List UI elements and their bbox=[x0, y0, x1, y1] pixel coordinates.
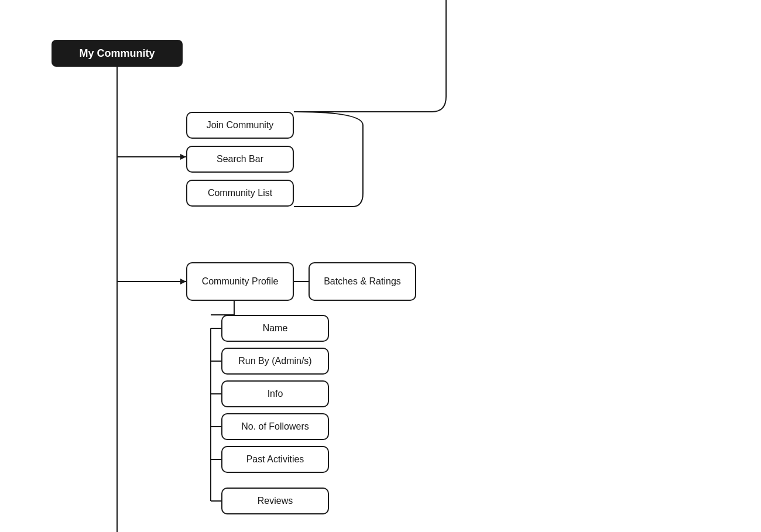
batches-ratings-label: Batches & Ratings bbox=[324, 276, 401, 287]
root-label: My Community bbox=[79, 47, 155, 60]
run-by-node: Run By (Admin/s) bbox=[221, 348, 329, 375]
reviews-node: Reviews bbox=[221, 488, 329, 514]
root-node: My Community bbox=[52, 40, 183, 67]
run-by-label: Run By (Admin/s) bbox=[238, 356, 311, 366]
followers-node: No. of Followers bbox=[221, 413, 329, 440]
join-community-node: Join Community bbox=[186, 112, 294, 139]
name-label: Name bbox=[263, 323, 288, 334]
past-activities-node: Past Activities bbox=[221, 446, 329, 473]
name-node: Name bbox=[221, 315, 329, 342]
search-bar-label: Search Bar bbox=[217, 154, 263, 164]
community-profile-label: Community Profile bbox=[202, 276, 279, 287]
svg-marker-4 bbox=[180, 279, 186, 284]
search-bar-node: Search Bar bbox=[186, 146, 294, 173]
join-community-label: Join Community bbox=[207, 120, 274, 131]
svg-marker-2 bbox=[180, 154, 186, 160]
community-list-label: Community List bbox=[208, 188, 272, 198]
info-label: Info bbox=[268, 389, 283, 399]
reviews-label: Reviews bbox=[258, 496, 293, 506]
followers-label: No. of Followers bbox=[241, 421, 309, 432]
info-node: Info bbox=[221, 380, 329, 407]
community-list-node: Community List bbox=[186, 180, 294, 207]
past-activities-label: Past Activities bbox=[246, 454, 304, 465]
community-profile-node: Community Profile bbox=[186, 262, 294, 301]
diagram-container: My Community Join Community Search Bar C… bbox=[0, 0, 761, 532]
batches-ratings-node: Batches & Ratings bbox=[308, 262, 416, 301]
